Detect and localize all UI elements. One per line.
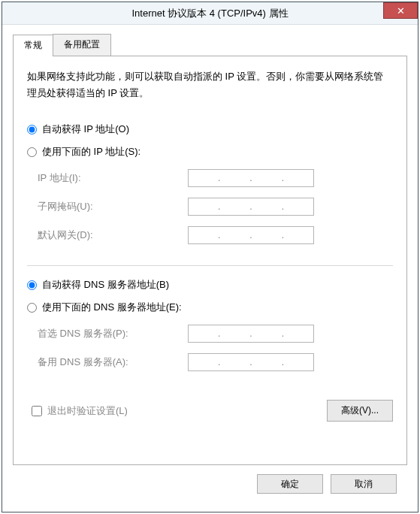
- separator: [27, 265, 393, 266]
- content-area: 常规 备用配置 如果网络支持此功能，则可以获取自动指派的 IP 设置。否则，你需…: [2, 25, 418, 512]
- window-title: Internet 协议版本 4 (TCP/IPv4) 属性: [2, 7, 418, 20]
- dns-manual-row[interactable]: 使用下面的 DNS 服务器地址(E):: [27, 301, 393, 314]
- preferred-dns-input[interactable]: ...: [188, 325, 314, 343]
- ip-manual-row[interactable]: 使用下面的 IP 地址(S):: [27, 145, 393, 159]
- preferred-dns-label: 首选 DNS 服务器(P):: [38, 327, 188, 340]
- cancel-button[interactable]: 取消: [331, 474, 397, 494]
- properties-dialog: Internet 协议版本 4 (TCP/IPv4) 属性 ✕ 常规 备用配置 …: [2, 2, 418, 512]
- advanced-button[interactable]: 高级(V)...: [327, 400, 393, 422]
- description-text: 如果网络支持此功能，则可以获取自动指派的 IP 设置。否则，你需要从网络系统管理…: [27, 68, 393, 101]
- dialog-footer: 确定 取消: [13, 465, 407, 503]
- validate-check-row[interactable]: 退出时验证设置(L): [32, 404, 128, 418]
- ip-fields: IP 地址(I): ... 子网掩码(U): ... 默认网关(D): ...: [38, 168, 393, 253]
- titlebar: Internet 协议版本 4 (TCP/IPv4) 属性 ✕: [2, 2, 418, 25]
- radio-ip-auto[interactable]: [27, 125, 37, 135]
- radio-dns-manual-label: 使用下面的 DNS 服务器地址(E):: [42, 301, 182, 314]
- ip-address-input[interactable]: ...: [188, 169, 314, 187]
- dns-fields: 首选 DNS 服务器(P): ... 备用 DNS 服务器(A): ...: [38, 323, 393, 380]
- tab-general[interactable]: 常规: [13, 35, 53, 56]
- close-icon: ✕: [397, 5, 405, 17]
- validate-label: 退出时验证设置(L): [47, 404, 128, 418]
- ok-button[interactable]: 确定: [257, 474, 323, 494]
- subnet-mask-input[interactable]: ...: [188, 198, 314, 216]
- dns-auto-row[interactable]: 自动获得 DNS 服务器地址(B): [27, 278, 393, 292]
- close-button[interactable]: ✕: [383, 2, 418, 19]
- default-gateway-input[interactable]: ...: [188, 226, 314, 244]
- tab-strip: 常规 备用配置: [13, 34, 407, 56]
- validate-checkbox[interactable]: [32, 406, 42, 416]
- radio-ip-auto-label: 自动获得 IP 地址(O): [42, 122, 129, 136]
- radio-dns-auto-label: 自动获得 DNS 服务器地址(B): [42, 278, 169, 292]
- radio-ip-manual[interactable]: [27, 147, 37, 157]
- ip-auto-row[interactable]: 自动获得 IP 地址(O): [27, 122, 393, 136]
- tab-panel-general: 如果网络支持此功能，则可以获取自动指派的 IP 设置。否则，你需要从网络系统管理…: [13, 56, 407, 465]
- bottom-row: 退出时验证设置(L) 高级(V)...: [27, 400, 393, 422]
- radio-ip-manual-label: 使用下面的 IP 地址(S):: [42, 145, 141, 159]
- ip-address-label: IP 地址(I):: [38, 171, 188, 185]
- default-gateway-label: 默认网关(D):: [38, 228, 188, 242]
- tab-alternate[interactable]: 备用配置: [53, 34, 111, 56]
- radio-dns-auto[interactable]: [27, 280, 37, 290]
- alternate-dns-label: 备用 DNS 服务器(A):: [38, 355, 188, 369]
- subnet-mask-label: 子网掩码(U):: [38, 200, 188, 213]
- radio-dns-manual[interactable]: [27, 303, 37, 313]
- alternate-dns-input[interactable]: ...: [188, 353, 314, 371]
